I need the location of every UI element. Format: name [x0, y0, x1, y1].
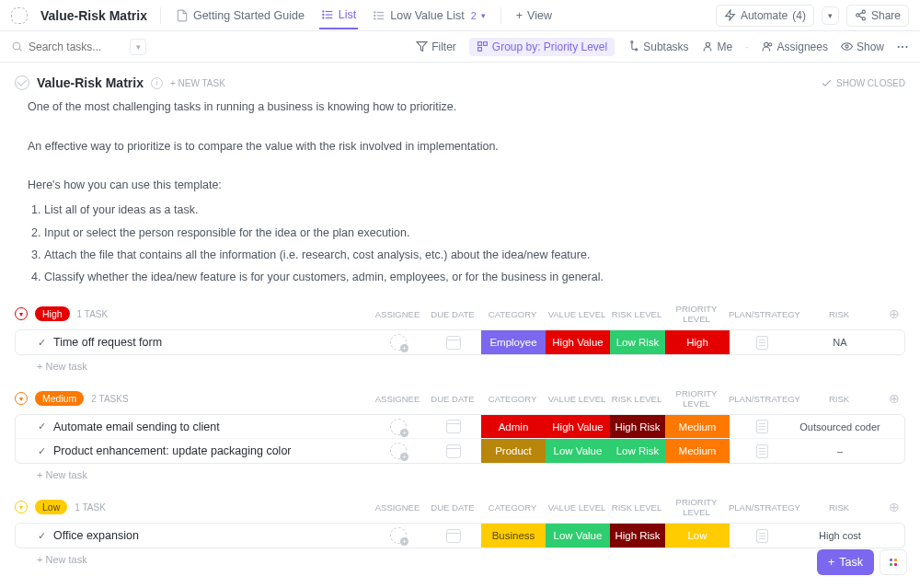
task-row[interactable]: ✓ Time off request form Employee High Va… — [16, 330, 904, 354]
collapse-icon[interactable]: ▾ — [15, 392, 28, 405]
task-name: Office expansion — [53, 529, 139, 542]
group-pill[interactable]: Medium — [35, 391, 84, 406]
collapse-icon[interactable]: ▾ — [15, 307, 28, 320]
duedate-cell[interactable] — [426, 415, 481, 438]
assignees-button[interactable]: Assignees — [762, 40, 828, 53]
valuelevel-cell[interactable]: Low Value — [546, 524, 610, 548]
document-icon — [756, 336, 768, 350]
assignee-cell[interactable] — [371, 524, 426, 548]
add-column-button[interactable]: ⊕ — [885, 500, 903, 514]
plan-cell[interactable] — [730, 415, 794, 438]
duedate-cell[interactable] — [426, 439, 481, 463]
assignee-cell[interactable] — [371, 415, 426, 438]
category-cell[interactable]: Admin — [481, 415, 546, 438]
new-task-row[interactable]: + New task — [15, 355, 905, 372]
more-button[interactable]: ··· — [897, 40, 909, 53]
risk-cell[interactable]: NA — [794, 330, 886, 354]
new-task-row[interactable]: + New task — [15, 464, 905, 480]
plan-cell[interactable] — [730, 439, 794, 463]
show-button[interactable]: Show — [841, 40, 884, 53]
category-cell[interactable]: Business — [481, 524, 546, 548]
automate-dropdown[interactable]: ▾ — [822, 6, 839, 25]
risk-cell[interactable]: Outsourced coder — [794, 415, 886, 438]
tab-label: List — [339, 8, 356, 21]
tab-low-value[interactable]: Low Value List 2 ▾ — [371, 3, 488, 29]
risklevel-cell[interactable]: Low Risk — [610, 330, 665, 354]
prioritylevel-cell[interactable]: Low — [665, 524, 730, 548]
risklevel-cell[interactable]: High Risk — [610, 415, 665, 438]
search-wrap: ▾ — [11, 39, 146, 55]
col-valuelevel: VALUE LEVEL — [545, 394, 609, 404]
col-assignee: ASSIGNEE — [370, 502, 425, 513]
info-icon[interactable]: i — [151, 77, 163, 89]
avatar-placeholder-icon — [390, 419, 407, 435]
groupby-button[interactable]: Group by: Priority Level — [469, 38, 615, 56]
cell-spacer — [886, 524, 904, 548]
new-task-button[interactable]: + NEW TASK — [170, 78, 225, 88]
task-row[interactable]: ✓ Office expansion Business Low Value Hi… — [16, 524, 904, 548]
check-icon: ✓ — [38, 337, 46, 349]
new-task-row[interactable]: + New task — [15, 548, 905, 565]
task-left: ✓ Time off request form — [16, 336, 371, 349]
valuelevel-cell[interactable]: High Value — [546, 330, 610, 354]
col-risk: RISK — [793, 502, 885, 513]
subtasks-label: Subtasks — [643, 40, 688, 53]
valuelevel-cell[interactable]: Low Value — [546, 439, 610, 463]
group-pill[interactable]: Low — [35, 500, 67, 514]
prioritylevel-cell[interactable]: Medium — [665, 439, 730, 463]
new-task-fab[interactable]: + Task — [817, 549, 874, 575]
cell-spacer — [886, 439, 904, 463]
desc-li: Classify whether the idea/new feature is… — [44, 268, 905, 287]
risklevel-cell[interactable]: Low Risk — [610, 439, 665, 463]
avatar-placeholder-icon — [390, 443, 407, 459]
add-view-button[interactable]: + View — [514, 3, 554, 29]
subtasks-button[interactable]: Subtasks — [627, 40, 688, 53]
share-button[interactable]: Share — [846, 5, 909, 27]
add-column-button[interactable]: ⊕ — [885, 391, 903, 406]
add-column-button[interactable]: ⊕ — [885, 306, 903, 321]
risklevel-cell[interactable]: High Risk — [610, 524, 665, 548]
tab-getting-started[interactable]: Getting Started Guide — [174, 3, 306, 29]
task-count: 1 TASK — [75, 502, 106, 513]
assignee-cell[interactable] — [371, 330, 426, 354]
tab-list[interactable]: List — [319, 2, 358, 29]
automate-button[interactable]: Automate (4) — [716, 5, 814, 27]
valuelevel-cell[interactable]: High Value — [546, 415, 610, 438]
prioritylevel-cell[interactable]: High — [665, 330, 730, 354]
risk-cell[interactable]: High cost — [794, 524, 886, 548]
search-dropdown[interactable]: ▾ — [130, 39, 146, 55]
task-name: Product enhancement: update packaging co… — [53, 444, 292, 457]
apps-fab[interactable] — [880, 549, 907, 575]
duedate-cell[interactable] — [426, 330, 481, 354]
plan-cell[interactable] — [730, 330, 794, 354]
risk-cell[interactable]: – — [794, 439, 886, 463]
svg-point-14 — [857, 14, 859, 17]
me-button[interactable]: Me — [702, 40, 733, 53]
duedate-cell[interactable] — [426, 524, 481, 548]
category-cell[interactable]: Employee — [481, 330, 546, 354]
svg-rect-23 — [477, 48, 481, 52]
task-list: ✓ Automate email sending to client Admin… — [15, 414, 905, 464]
plan-cell[interactable] — [730, 524, 794, 548]
collapse-icon[interactable]: ▾ — [15, 501, 28, 513]
filter-button[interactable]: Filter — [416, 40, 456, 53]
show-closed-button[interactable]: SHOW CLOSED — [821, 77, 905, 89]
cells: Admin High Value High Risk Medium Outsou… — [371, 415, 904, 438]
svg-marker-20 — [417, 42, 427, 52]
group-icon — [477, 40, 489, 52]
show-label: Show — [857, 40, 884, 53]
col-plan: PLAN/STRATEGY — [729, 394, 793, 404]
desc-p1: One of the most challenging tasks in run… — [28, 98, 905, 117]
group-pill[interactable]: High — [35, 306, 70, 321]
svg-line-19 — [19, 49, 21, 51]
prioritylevel-cell[interactable]: Medium — [665, 415, 730, 438]
category-cell[interactable]: Product — [481, 439, 546, 463]
task-row[interactable]: ✓ Product enhancement: update packaging … — [16, 439, 904, 463]
dot-separator: · — [745, 40, 748, 53]
task-row[interactable]: ✓ Automate email sending to client Admin… — [16, 415, 904, 439]
task-list: ✓ Office expansion Business Low Value Hi… — [15, 523, 905, 548]
desc-list: List all of your ideas as a task. Input … — [44, 201, 905, 287]
assignee-cell[interactable] — [371, 439, 426, 463]
group-medium: ▾ Medium 2 TASKS ASSIGNEE DUE DATE CATEG… — [15, 388, 905, 480]
search-input[interactable] — [29, 40, 121, 53]
